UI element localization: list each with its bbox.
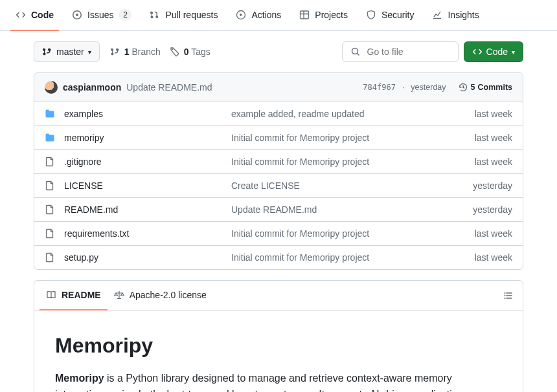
tags-link[interactable]: 0 Tags [170, 47, 210, 57]
git-branch-icon [42, 47, 52, 57]
nav-label: Issues [87, 5, 113, 25]
readme-lead: Memoripy is a Python library designed to… [55, 371, 502, 392]
branches-link[interactable]: 1 Branch [110, 47, 161, 57]
code-button-label: Code [486, 47, 508, 57]
nav-tab-actions[interactable]: Actions [231, 0, 286, 31]
file-row: README.mdUpdate README.mdyesterday [34, 198, 523, 222]
tag-icon [170, 47, 180, 57]
file-row: memoripyInitial commit for Memoripy proj… [34, 126, 523, 150]
list-icon [503, 290, 514, 301]
issue-icon [72, 10, 82, 20]
history-icon [458, 82, 468, 93]
nav-label: Pull requests [165, 5, 218, 25]
file-commit-message-link[interactable]: Initial commit for Memoripy project [231, 228, 441, 239]
go-to-file-input[interactable] [366, 46, 450, 58]
nav-label: Actions [251, 5, 281, 25]
dot: · [402, 83, 404, 92]
nav-label: Insights [448, 5, 479, 25]
readme-box: READMEApache-2.0 license Memoripy Memori… [34, 280, 523, 392]
commit-sha-link[interactable]: 784f967 [363, 83, 396, 92]
readme-body: Memoripy Memoripy is a Python library de… [34, 310, 523, 392]
file-icon [45, 252, 55, 263]
file-row: LICENSECreate LICENSEyesterday [34, 174, 523, 198]
readme-lead-strong: Memoripy [55, 373, 104, 384]
file-when: yesterday [441, 204, 512, 215]
nav-tab-issues[interactable]: Issues2 [67, 0, 137, 31]
nav-label: Security [381, 5, 415, 25]
tags-word: Tags [191, 47, 210, 57]
file-commit-message-link[interactable]: Create LICENSE [231, 180, 441, 191]
commit-message-link[interactable]: Update README.md [126, 82, 212, 93]
branch-stats: 1 Branch 0 Tags [110, 47, 210, 57]
caret-down-icon: ▾ [512, 49, 515, 56]
file-when: last week [441, 228, 512, 239]
repo-nav: CodeIssues2Pull requestsActionsProjectsS… [0, 0, 557, 31]
file-row: setup.pyInitial commit for Memoripy proj… [34, 246, 523, 269]
folder-icon [45, 109, 55, 119]
file-name-link[interactable]: requirements.txt [64, 228, 231, 239]
avatar[interactable] [45, 81, 58, 94]
file-icon [45, 204, 55, 215]
branch-name: master [56, 47, 84, 57]
file-when: last week [441, 109, 512, 119]
readme-tab-readme[interactable]: README [40, 281, 108, 310]
nav-tab-projects[interactable]: Projects [294, 0, 353, 31]
nav-label: Code [31, 5, 54, 25]
table-icon [299, 10, 310, 20]
file-row: requirements.txtInitial commit for Memor… [34, 222, 523, 246]
code-icon [472, 47, 483, 57]
file-name-link[interactable]: LICENSE [64, 180, 231, 191]
nav-tab-insights[interactable]: Insights [427, 0, 484, 31]
shield-icon [366, 10, 376, 20]
tags-count: 0 [184, 47, 189, 57]
branches-count: 1 [124, 47, 130, 57]
file-when: last week [441, 133, 512, 143]
file-icon [45, 180, 55, 191]
file-name-link[interactable]: .gitignore [64, 157, 231, 167]
folder-icon [45, 133, 55, 143]
branches-word: Branch [131, 47, 160, 57]
commits-link[interactable]: 5 Commits [458, 82, 512, 93]
file-icon [45, 228, 55, 239]
law-icon [114, 290, 124, 300]
outline-button[interactable] [499, 287, 517, 305]
readme-tabs: READMEApache-2.0 license [34, 281, 523, 310]
graph-icon [432, 10, 442, 20]
file-when: last week [441, 157, 512, 167]
git-branch-icon [110, 47, 120, 57]
nav-tab-security[interactable]: Security [361, 0, 420, 31]
file-name-link[interactable]: memoripy [64, 133, 231, 143]
readme-tab-apache-2-0-license[interactable]: Apache-2.0 license [108, 281, 213, 310]
file-name-link[interactable]: setup.py [64, 252, 231, 263]
file-commit-message-link[interactable]: Initial commit for Memoripy project [231, 133, 441, 143]
file-row: examplesexample added, readme updatedlas… [34, 102, 523, 126]
file-commit-message-link[interactable]: Update README.md [231, 204, 441, 215]
file-commit-message-link[interactable]: Initial commit for Memoripy project [231, 157, 441, 167]
branch-picker-button[interactable]: master ▾ [34, 41, 100, 62]
file-name-link[interactable]: README.md [64, 204, 231, 215]
file-toolbar: master ▾ 1 Branch 0 Tags Code ▾ [34, 31, 523, 72]
readme-title: Memoripy [55, 334, 502, 358]
nav-tab-code[interactable]: Code [10, 0, 59, 31]
commits-count: 5 [471, 83, 475, 92]
caret-down-icon: ▾ [88, 49, 91, 56]
search-icon [350, 47, 361, 57]
readme-tab-label: Apache-2.0 license [130, 290, 207, 300]
book-icon [46, 290, 56, 300]
file-commit-message-link[interactable]: Initial commit for Memoripy project [231, 252, 441, 263]
commit-author-link[interactable]: caspianmoon [63, 82, 121, 93]
file-commit-message-link[interactable]: example added, readme updated [231, 109, 441, 119]
latest-commit-header: caspianmoon Update README.md 784f967 · y… [34, 73, 523, 102]
readme-tab-label: README [62, 290, 101, 300]
file-row: .gitignoreInitial commit for Memoripy pr… [34, 150, 523, 174]
file-icon [45, 157, 55, 167]
file-name-link[interactable]: examples [64, 109, 231, 119]
go-to-file-search[interactable] [342, 41, 459, 62]
nav-tab-pull-requests[interactable]: Pull requests [144, 0, 223, 31]
nav-label: Projects [315, 5, 348, 25]
file-when: yesterday [441, 180, 512, 191]
file-when: last week [441, 252, 512, 263]
play-icon [236, 10, 246, 20]
code-button[interactable]: Code ▾ [464, 41, 523, 62]
pr-icon [150, 10, 160, 20]
